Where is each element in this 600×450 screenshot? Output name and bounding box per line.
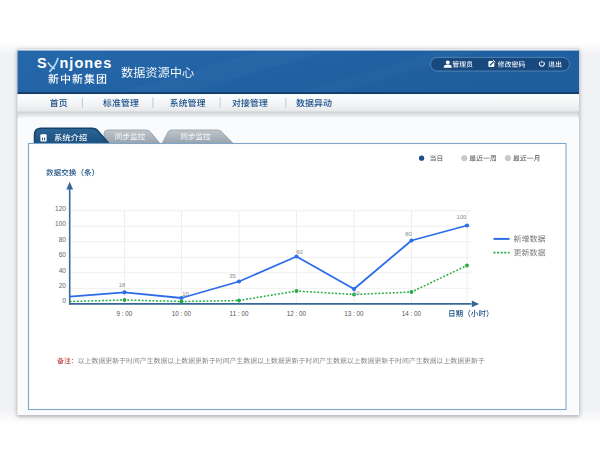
svg-text:12 : 00: 12 : 00: [287, 310, 307, 317]
svg-text:18: 18: [119, 282, 126, 288]
svg-text:100: 100: [55, 220, 66, 227]
svg-text:80: 80: [405, 231, 412, 237]
svg-text:120: 120: [55, 205, 66, 212]
svg-text:35: 35: [229, 273, 236, 279]
svg-text:80: 80: [59, 236, 67, 243]
svg-text:11 : 00: 11 : 00: [230, 310, 249, 317]
svg-text:S: S: [37, 55, 48, 71]
svg-text:60: 60: [296, 249, 303, 255]
svg-text:0: 0: [62, 297, 66, 304]
svg-text:9 : 00: 9 : 00: [117, 310, 133, 317]
svg-text:60: 60: [59, 251, 67, 258]
svg-text:10: 10: [353, 290, 360, 296]
svg-text:10: 10: [182, 291, 189, 297]
svg-text:13 : 00: 13 : 00: [344, 310, 364, 317]
svg-text:njones: njones: [60, 55, 113, 71]
svg-text:40: 40: [59, 267, 67, 274]
svg-text:20: 20: [59, 282, 67, 289]
svg-text:14 : 00: 14 : 00: [402, 310, 422, 317]
svg-text:10 : 00: 10 : 00: [172, 310, 192, 317]
svg-text:100: 100: [456, 214, 467, 220]
